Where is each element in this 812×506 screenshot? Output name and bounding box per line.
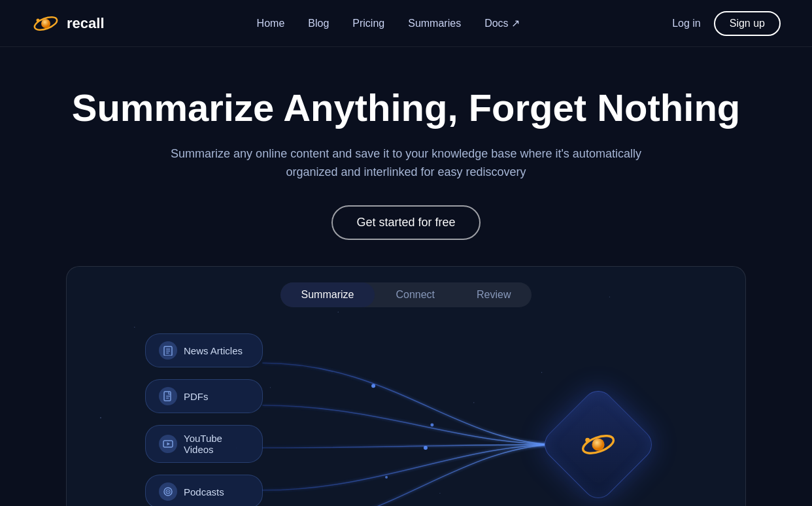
center-recall-icon bbox=[579, 425, 618, 464]
tab-connect[interactable]: Connect bbox=[375, 282, 456, 307]
content-items: News Articles PDFs bbox=[145, 333, 263, 506]
chip-pdfs[interactable]: PDFs bbox=[145, 379, 263, 413]
chip-label: PDFs bbox=[184, 391, 209, 402]
cta-button[interactable]: Get started for free bbox=[331, 205, 480, 240]
hero-section: Summarize Anything, Forget Nothing Summa… bbox=[0, 47, 812, 266]
demo-tabs: Summarize Connect Review bbox=[67, 267, 745, 320]
svg-point-22 bbox=[592, 439, 604, 451]
tab-summarize[interactable]: Summarize bbox=[280, 282, 375, 307]
svg-point-14 bbox=[167, 491, 169, 492]
diamond-inner bbox=[572, 418, 624, 471]
svg-point-2 bbox=[37, 18, 40, 22]
svg-point-17 bbox=[430, 424, 433, 427]
nav-auth: Log in Sign up bbox=[672, 11, 781, 36]
svg-marker-11 bbox=[167, 443, 171, 446]
chip-label: YouTube Videos bbox=[184, 433, 249, 455]
hero-subtitle: Summarize any online content and save it… bbox=[171, 144, 641, 182]
nav-pricing[interactable]: Pricing bbox=[352, 18, 384, 29]
nav-home[interactable]: Home bbox=[257, 18, 285, 29]
svg-point-19 bbox=[385, 476, 388, 479]
hero-title: Summarize Anything, Forget Nothing bbox=[31, 86, 781, 130]
logo-label: recall bbox=[67, 15, 105, 32]
tab-pill: Summarize Connect Review bbox=[280, 282, 532, 307]
podcasts-icon bbox=[159, 482, 177, 501]
nav-summaries[interactable]: Summaries bbox=[408, 18, 461, 29]
news-icon bbox=[159, 341, 177, 360]
chip-label: Podcasts bbox=[184, 486, 224, 498]
nav-blog[interactable]: Blog bbox=[308, 18, 329, 29]
tab-review[interactable]: Review bbox=[456, 282, 532, 307]
nav-links: Home Blog Pricing Summaries Docs ↗ bbox=[257, 17, 520, 29]
login-button[interactable]: Log in bbox=[672, 18, 701, 29]
diamond-background bbox=[538, 384, 658, 505]
svg-point-18 bbox=[424, 446, 428, 450]
pdf-icon bbox=[159, 387, 177, 405]
svg-point-16 bbox=[371, 384, 375, 388]
diagram-area: News Articles PDFs bbox=[67, 320, 745, 506]
chip-youtube-videos[interactable]: YouTube Videos bbox=[145, 425, 263, 463]
chip-podcasts[interactable]: Podcasts bbox=[145, 475, 263, 506]
logo-icon bbox=[31, 9, 60, 38]
logo[interactable]: recall bbox=[31, 9, 105, 38]
demo-container: Summarize Connect Review bbox=[66, 266, 746, 506]
youtube-icon bbox=[159, 435, 177, 453]
chip-label: News Articles bbox=[184, 345, 243, 356]
center-logo bbox=[556, 402, 641, 487]
chip-news-articles[interactable]: News Articles bbox=[145, 333, 263, 367]
demo-wrapper: Summarize Connect Review bbox=[0, 266, 812, 506]
svg-point-1 bbox=[41, 19, 50, 28]
nav-docs[interactable]: Docs ↗ bbox=[484, 17, 520, 29]
navbar: recall Home Blog Pricing Summaries Docs … bbox=[0, 0, 812, 47]
signup-button[interactable]: Sign up bbox=[714, 11, 781, 36]
